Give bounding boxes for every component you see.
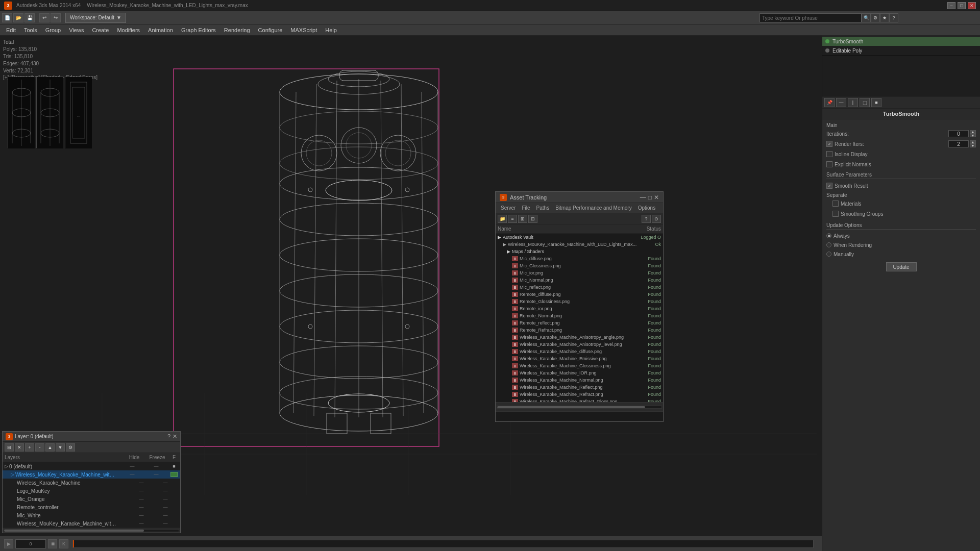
asset-mic-glossiness[interactable]: B Mic_Glossiness.png Found [496, 262, 663, 269]
layer-item-wireless-sub[interactable]: Wireless_MouKey_Karaoke_Machine_with_LED… [3, 519, 180, 528]
asset-tool5[interactable]: ? [642, 215, 651, 223]
mod-result-icon[interactable]: ■ [871, 98, 881, 107]
render-iters-up[interactable]: ▲ [970, 140, 976, 144]
materials-checkbox[interactable] [832, 201, 839, 207]
asset-mic-reflect[interactable]: B Mic_reflect.png Found [496, 284, 663, 291]
menu-create[interactable]: Create [88, 26, 113, 34]
asset-panel-close[interactable]: ✕ [654, 194, 659, 201]
status-play[interactable]: ▶ [4, 539, 13, 548]
layer-down-btn[interactable]: ▼ [56, 443, 65, 452]
iterations-input[interactable] [948, 130, 969, 137]
asset-wkm-aniso-angle[interactable]: B Wireless_Karaoke_Machine_Anisotropy_an… [496, 334, 663, 341]
asset-remote-reflect[interactable]: B Remote_reflect.png Found [496, 319, 663, 327]
smoothing-groups-checkbox[interactable] [832, 211, 839, 217]
new-btn[interactable]: 📄 [2, 13, 12, 22]
layer-delete-btn[interactable]: ✕ [15, 443, 24, 452]
asset-wkm-reflect[interactable]: B Wireless_Karaoke_Machine_Reflect.png F… [496, 384, 663, 391]
asset-menu-bitmap[interactable]: Bitmap Performance and Memory [552, 205, 635, 211]
asset-mic-ior[interactable]: B Mic_ior.png Found [496, 269, 663, 277]
menu-rendering[interactable]: Rendering [220, 26, 254, 34]
asset-wkm-normal[interactable]: B Wireless_Karaoke_Machine_Normal.png Fo… [496, 377, 663, 384]
asset-wkm-ior[interactable]: B Wireless_Karaoke_Machine_IOR.png Found [496, 369, 663, 377]
layer-item-remote[interactable]: Remote_controller — — [3, 503, 180, 511]
asset-tool1[interactable]: 📁 [498, 215, 507, 223]
maximize-btn[interactable]: □ [958, 2, 966, 9]
open-btn[interactable]: 📂 [13, 13, 23, 22]
render-iters-checkbox[interactable]: ✓ [826, 141, 832, 147]
render-iters-input[interactable] [948, 140, 969, 147]
menu-configure[interactable]: Configure [254, 26, 287, 34]
undo-btn[interactable]: ↩ [39, 13, 50, 22]
asset-wkm-refract-gloss[interactable]: B Wireless_Karaoke_Machine_Refract_Gloss… [496, 398, 663, 402]
asset-wkm-refract[interactable]: B Wireless_Karaoke_Machine_Refract.png F… [496, 391, 663, 398]
search-fav-icon[interactable]: ★ [880, 13, 889, 22]
mod-wire-icon[interactable]: ⬚ [860, 98, 870, 107]
menu-views[interactable]: Views [65, 26, 88, 34]
asset-remote-ior[interactable]: B Remote_ior.png Found [496, 305, 663, 312]
layer-item-0[interactable]: ▷ 0 (default) — — ■ [3, 462, 180, 470]
asset-remote-diffuse[interactable]: B Remote_diffuse.png Found [496, 291, 663, 298]
layer-item-wkm[interactable]: Wireless_Karaoke_Machine — — [3, 479, 180, 487]
asset-maps-folder[interactable]: ▶ Maps / Shaders [496, 248, 663, 255]
search-options-icon[interactable]: ⚙ [871, 13, 880, 22]
menu-group[interactable]: Group [41, 26, 65, 34]
smooth-result-checkbox[interactable]: ✓ [826, 183, 832, 189]
modifier-turbosmooth[interactable]: TurboSmooth [822, 37, 980, 46]
status-end-play[interactable]: ⏹ [48, 539, 57, 548]
layer-item-mic-orange[interactable]: Mic_Orange — — [3, 495, 180, 503]
modifier-editablepoly[interactable]: Editable Poly [822, 46, 980, 55]
iterations-down[interactable]: ▼ [970, 134, 976, 137]
menu-tools[interactable]: Tools [20, 26, 41, 34]
when-rendering-radio[interactable] [826, 242, 831, 247]
always-radio[interactable] [826, 233, 831, 238]
menu-animation[interactable]: Animation [144, 26, 177, 34]
layer-item-logo[interactable]: Logo_MouKey — — [3, 487, 180, 495]
asset-menu-options[interactable]: Options [635, 205, 658, 211]
asset-panel-max[interactable]: □ [648, 194, 652, 201]
timeline[interactable] [72, 540, 814, 548]
layer-settings-btn[interactable]: ⚙ [66, 443, 75, 452]
iterations-up[interactable]: ▲ [970, 130, 976, 134]
menu-modifiers[interactable]: Modifiers [113, 26, 144, 34]
asset-tool6[interactable]: ⊙ [652, 215, 661, 223]
asset-tool2[interactable]: ≡ [508, 215, 517, 223]
asset-remote-refract[interactable]: B Remote_Refract.png Found [496, 327, 663, 334]
asset-vault[interactable]: ▶ Autodesk Vault Logged O [496, 234, 663, 241]
minimize-btn[interactable]: – [947, 2, 955, 9]
asset-tool3[interactable]: ⊞ [518, 215, 527, 223]
search-icon[interactable]: 🔍 [862, 13, 871, 22]
layer-panel-help[interactable]: ? [167, 433, 170, 440]
layer-up-btn[interactable]: ▲ [45, 443, 55, 452]
asset-menu-server[interactable]: Server [498, 205, 519, 211]
workspace-dropdown[interactable]: Workspace: Default ▼ [65, 13, 126, 23]
asset-panel-min[interactable]: — [640, 194, 646, 201]
asset-mic-normal[interactable]: B Mic_Normal.png Found [496, 277, 663, 284]
isoline-checkbox[interactable] [826, 151, 832, 157]
asset-menu-file[interactable]: File [519, 205, 533, 211]
explicit-normals-checkbox[interactable] [826, 161, 832, 167]
layer-remove-btn[interactable]: - [35, 443, 44, 452]
search-input[interactable] [760, 13, 862, 22]
update-button[interactable]: Update [886, 262, 917, 271]
manually-radio[interactable] [826, 252, 831, 257]
layer-new-btn[interactable]: ⊞ [5, 443, 14, 452]
asset-remote-normal[interactable]: B Remote_Normal.png Found [496, 312, 663, 319]
layer-scroll-track[interactable] [4, 529, 179, 532]
asset-mic-diffuse[interactable]: B Mic_diffuse.png Found [496, 255, 663, 262]
save-btn[interactable]: 💾 [24, 13, 35, 22]
render-iters-down[interactable]: ▼ [970, 144, 976, 147]
search-info-icon[interactable]: ? [889, 13, 898, 22]
mod-lock-icon[interactable]: — [836, 98, 846, 107]
layer-item-mic-white[interactable]: Mic_White — — [3, 511, 180, 519]
menu-help[interactable]: Help [321, 26, 341, 34]
layer-scroll-thumb[interactable] [4, 530, 144, 532]
layer-item-wireless-active[interactable]: ▷ Wireless_MouKey_Karaoke_Machine_with_L… [3, 470, 180, 479]
layer-panel-close[interactable]: ✕ [173, 433, 177, 440]
redo-btn[interactable]: ↪ [51, 13, 61, 22]
asset-menu-paths[interactable]: Paths [533, 205, 553, 211]
asset-wkm-diffuse[interactable]: B Wireless_Karaoke_Machine_diffuse.png F… [496, 348, 663, 355]
layer-add-btn[interactable]: + [25, 443, 34, 452]
menu-maxscript[interactable]: MAXScript [286, 26, 321, 34]
asset-wkm-aniso-level[interactable]: B Wireless_Karaoke_Machine_Anisotropy_le… [496, 341, 663, 348]
mod-pin-icon[interactable]: 📌 [824, 98, 835, 107]
